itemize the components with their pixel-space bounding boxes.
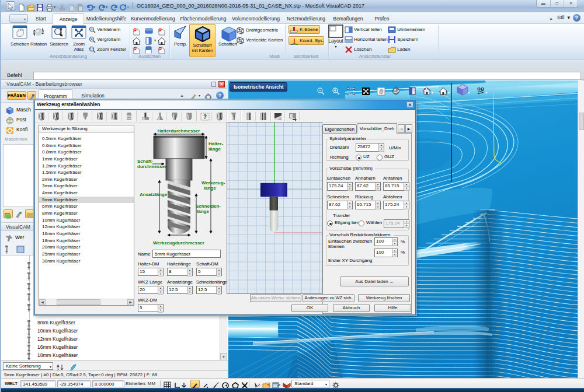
svg-text:Schneiden-: Schneiden-	[196, 204, 221, 209]
svg-text:Halter-: Halter-	[208, 141, 224, 146]
svg-text:Halterdurchmesser: Halterdurchmesser	[158, 128, 200, 134]
svg-text:länge: länge	[197, 209, 209, 214]
svg-text:Werkzeug-: Werkzeug-	[201, 180, 225, 186]
svg-text:Ansatzlänge: Ansatzlänge	[140, 192, 168, 197]
svg-text:?: ?	[203, 114, 207, 120]
svg-text:länge: länge	[208, 146, 221, 152]
svg-text:Werkzeugdurchmesser: Werkzeugdurchmesser	[153, 240, 204, 246]
svg-text:länge: länge	[204, 186, 216, 191]
svg-text:Schaft-: Schaft-	[137, 159, 153, 164]
svg-text:durchmesser: durchmesser	[137, 164, 166, 169]
svg-text:A: A	[57, 363, 60, 368]
